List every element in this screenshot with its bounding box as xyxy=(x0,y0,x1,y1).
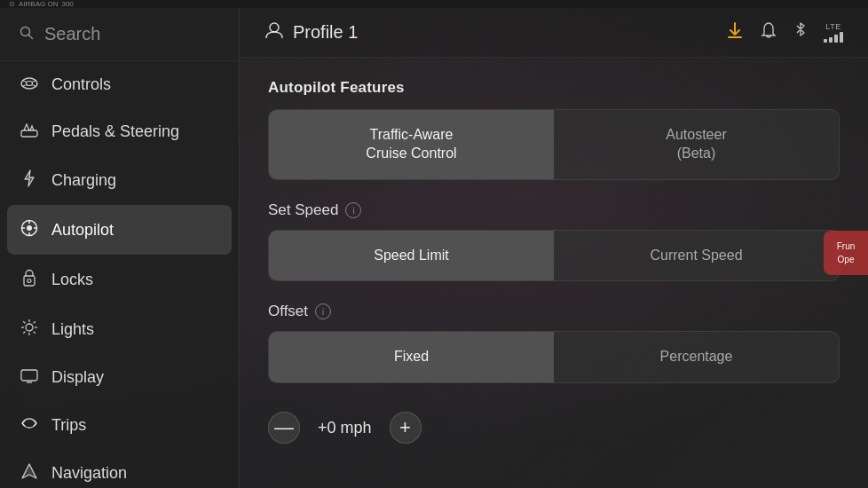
search-label: Search xyxy=(44,24,100,44)
svg-point-10 xyxy=(27,225,32,231)
svg-line-22 xyxy=(23,321,25,323)
signal-bar-3 xyxy=(834,35,838,43)
bell-icon[interactable] xyxy=(760,21,777,43)
percentage-label: Percentage xyxy=(660,349,733,364)
display-icon xyxy=(20,369,39,387)
sidebar-item-label-trips: Trips xyxy=(51,416,86,435)
locks-icon xyxy=(20,269,39,290)
sidebar-item-locks[interactable]: Locks xyxy=(0,255,239,304)
svg-point-16 xyxy=(28,279,31,283)
sidebar-item-label-navigation: Navigation xyxy=(51,464,127,483)
lights-icon xyxy=(20,319,39,340)
svg-line-5 xyxy=(32,81,36,83)
profile-name: Profile 1 xyxy=(293,22,358,43)
airbag-icon: ⊙ xyxy=(9,0,15,8)
right-hint-line2: Ope xyxy=(838,255,855,264)
percentage-option[interactable]: Percentage xyxy=(554,332,839,382)
offset-row: Offset i xyxy=(268,303,840,320)
sidebar-item-label-controls: Controls xyxy=(51,75,111,94)
svg-rect-26 xyxy=(21,370,37,381)
speed-minus-btn[interactable]: — xyxy=(268,412,300,444)
set-speed-row: Set Speed i xyxy=(268,201,840,219)
sidebar: Search Controls xyxy=(0,8,240,488)
nav-items: Controls Pedals & Steering xyxy=(0,61,239,488)
tacc-label: Traffic-AwareCruise Control xyxy=(366,127,456,161)
tacc-option[interactable]: Traffic-AwareCruise Control xyxy=(269,110,554,179)
sidebar-item-trips[interactable]: Trips xyxy=(0,401,239,449)
sidebar-item-label-locks: Locks xyxy=(51,271,93,289)
autopilot-toggle-group: Traffic-AwareCruise Control Autosteer(Be… xyxy=(268,109,840,180)
sidebar-item-label-display: Display xyxy=(51,368,104,387)
sidebar-item-label-pedals: Pedals & Steering xyxy=(51,122,179,141)
svg-point-2 xyxy=(21,78,37,89)
autosteer-label: Autosteer(Beta) xyxy=(666,127,726,161)
set-speed-info-icon[interactable]: i xyxy=(345,202,361,218)
svg-line-6 xyxy=(23,84,27,86)
sidebar-item-pedals[interactable]: Pedals & Steering xyxy=(0,108,239,155)
current-speed-label: Current Speed xyxy=(650,248,742,263)
trips-icon xyxy=(20,415,39,435)
sidebar-item-charging[interactable]: Charging xyxy=(0,155,239,205)
profile-section: Profile 1 xyxy=(264,20,712,44)
speed-plus-btn[interactable]: + xyxy=(390,412,422,444)
controls-icon xyxy=(20,77,39,93)
lte-label: LTE xyxy=(825,22,840,31)
content-area: Profile 1 xyxy=(240,8,868,488)
sidebar-item-label-autopilot: Autopilot xyxy=(51,221,114,240)
speed-limit-label: Speed Limit xyxy=(374,248,449,263)
header-icons: LTE xyxy=(726,21,843,43)
autopilot-icon xyxy=(20,219,39,240)
svg-line-7 xyxy=(32,84,36,86)
speed-stepper: — +0 mph + xyxy=(268,405,840,451)
set-speed-label: Set Speed xyxy=(268,201,338,219)
settings-content: Autopilot Features Traffic-AwareCruise C… xyxy=(240,58,868,488)
signal-bar-1 xyxy=(824,39,827,43)
right-panel-hint: Frun Ope xyxy=(824,231,868,275)
offset-label: Offset xyxy=(268,303,308,320)
top-bar: ⊙ AIRBAG ON 300 xyxy=(0,0,868,8)
search-icon xyxy=(20,26,34,43)
navigation-icon xyxy=(20,463,39,483)
sidebar-item-label-charging: Charging xyxy=(51,171,116,190)
speed-limit-option[interactable]: Speed Limit xyxy=(269,231,554,281)
svg-marker-28 xyxy=(22,464,36,478)
svg-line-24 xyxy=(34,321,36,323)
speed-display: +0 mph xyxy=(318,419,372,437)
lte-indicator: LTE xyxy=(824,22,843,43)
signal-bar-2 xyxy=(829,37,832,43)
sidebar-item-controls[interactable]: Controls xyxy=(0,61,239,108)
search-bar[interactable]: Search xyxy=(0,8,239,61)
fixed-label: Fixed xyxy=(394,349,429,364)
svg-point-17 xyxy=(26,324,33,331)
svg-rect-15 xyxy=(24,276,35,286)
bluetooth-icon[interactable] xyxy=(793,21,808,43)
download-icon[interactable] xyxy=(726,21,744,43)
sidebar-item-display[interactable]: Display xyxy=(0,354,239,401)
right-hint-line1: Frun xyxy=(837,241,856,251)
svg-line-4 xyxy=(23,81,27,83)
svg-line-23 xyxy=(34,332,36,334)
sidebar-item-navigation[interactable]: Navigation xyxy=(0,449,239,488)
offset-info-icon[interactable]: i xyxy=(315,303,331,319)
sidebar-item-autopilot[interactable]: Autopilot xyxy=(7,205,232,255)
sidebar-item-label-lights: Lights xyxy=(51,320,94,339)
fixed-option[interactable]: Fixed xyxy=(269,332,554,382)
svg-rect-8 xyxy=(21,130,37,137)
charging-icon xyxy=(20,169,39,191)
sidebar-item-lights[interactable]: Lights xyxy=(0,304,239,354)
header-bar: Profile 1 xyxy=(240,8,868,58)
airbag-badge: ⊙ AIRBAG ON 300 xyxy=(9,0,74,8)
signal-bar-4 xyxy=(840,32,843,43)
pedals-icon xyxy=(20,123,39,141)
svg-point-29 xyxy=(270,23,279,32)
signal-bars xyxy=(824,32,843,43)
svg-line-25 xyxy=(23,332,25,334)
svg-line-1 xyxy=(29,35,33,38)
autosteer-option[interactable]: Autosteer(Beta) xyxy=(554,110,839,179)
main-layout: Search Controls xyxy=(0,8,868,488)
set-speed-toggle-group: Speed Limit Current Speed xyxy=(268,230,840,282)
svg-point-3 xyxy=(27,81,33,85)
current-speed-option[interactable]: Current Speed xyxy=(554,231,839,281)
autopilot-features-title: Autopilot Features xyxy=(268,79,840,97)
offset-toggle-group: Fixed Percentage xyxy=(268,331,840,383)
